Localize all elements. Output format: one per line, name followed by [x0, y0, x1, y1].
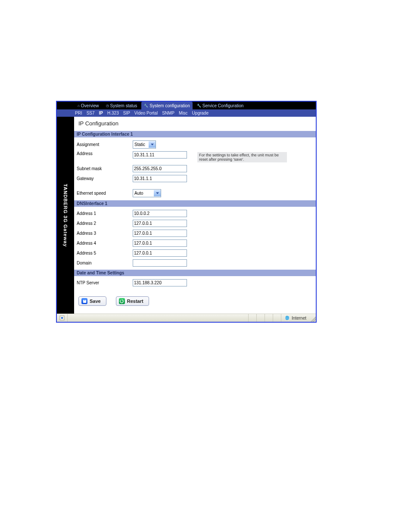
dns-addr1-label: Address 1 [77, 211, 133, 216]
row-dns-addr1: Address 1 [74, 208, 316, 218]
section-header-datetime: Date and Time Settings [74, 270, 316, 276]
primary-tabs: ⌂ Overview ◷ System status 🔧 System conf… [57, 102, 316, 109]
subnet-label: Subnet mask [77, 166, 133, 171]
body: TANDBERG 3G Gateway IP Configuration IP … [57, 117, 316, 314]
tab-system-configuration[interactable]: 🔧 System configuration [141, 102, 192, 109]
dns-addr1-input[interactable] [133, 210, 187, 217]
secondary-tabs: PRI SS7 IP H.323 SIP Video Portal SNMP M… [57, 109, 316, 117]
gateway-input[interactable] [133, 175, 187, 182]
subtab-misc[interactable]: Misc [179, 111, 188, 115]
gateway-label: Gateway [77, 176, 133, 181]
address-input[interactable] [133, 151, 187, 159]
restart-button[interactable]: Restart [116, 296, 149, 306]
app-window: ⌂ Overview ◷ System status 🔧 System conf… [56, 101, 317, 323]
subnet-input[interactable] [133, 165, 187, 172]
status-icon: ◷ [106, 104, 109, 108]
tab-label: Overview [81, 103, 99, 108]
status-bar: Internet [57, 314, 316, 322]
tab-label: Service Configuration [202, 103, 244, 108]
tab-system-status[interactable]: ◷ System status [103, 102, 140, 109]
status-cells [248, 314, 281, 322]
row-dns-addr2: Address 2 [74, 218, 316, 228]
subtab-pri[interactable]: PRI [75, 111, 82, 115]
dns-addr3-input[interactable] [133, 230, 187, 237]
row-subnet: Subnet mask [74, 164, 316, 174]
subtab-snmp[interactable]: SNMP [162, 111, 174, 115]
status-page-icon [57, 314, 68, 322]
assignment-label: Assignment [77, 142, 133, 147]
svg-rect-1 [84, 299, 85, 301]
button-bar: Save Restart [74, 289, 316, 314]
tab-overview[interactable]: ⌂ Overview [75, 102, 102, 109]
ethspeed-label: Ethernet speed [77, 191, 133, 196]
restart-icon [119, 298, 125, 304]
save-label: Save [90, 299, 101, 304]
subtab-ss7[interactable]: SS7 [87, 111, 95, 115]
subtab-h323[interactable]: H.323 [107, 111, 119, 115]
section-header-ipif: IP Configuration Interface 1 [74, 131, 316, 137]
row-dns-addr3: Address 3 [74, 228, 316, 238]
dns-addr2-label: Address 2 [77, 221, 133, 226]
tab-label: System configuration [149, 103, 190, 108]
content-panel: IP Configuration IP Configuration Interf… [74, 117, 316, 314]
dns-addr3-label: Address 3 [77, 231, 133, 236]
ntp-label: NTP Server [77, 280, 133, 285]
row-assignment: Assignment Static [74, 139, 316, 150]
chevron-down-icon [154, 190, 161, 196]
service-icon: 🔧 [197, 104, 201, 108]
dns-domain-input[interactable] [133, 259, 187, 267]
restart-label: Restart [127, 299, 143, 304]
dns-addr4-label: Address 4 [77, 241, 133, 246]
dns-addr5-input[interactable] [133, 249, 187, 257]
save-button[interactable]: Save [78, 296, 106, 306]
dns-addr4-input[interactable] [133, 240, 187, 247]
security-zone[interactable]: Internet [281, 314, 310, 322]
row-dns-addr4: Address 4 [74, 238, 316, 248]
section-dns: Address 1 Address 2 Address 3 Address 4 … [74, 207, 316, 270]
dns-domain-label: Domain [77, 261, 133, 265]
row-ethspeed: Ethernet speed Auto [74, 188, 316, 199]
row-dns-addr5: Address 5 [74, 248, 316, 258]
row-gateway: Gateway [74, 174, 316, 184]
row-address: Address For the settings to take effect,… [74, 150, 316, 164]
subtab-sip[interactable]: SIP [123, 111, 130, 115]
config-icon: 🔧 [144, 104, 148, 108]
brand-text: TANDBERG 3G Gateway [63, 184, 68, 247]
row-dns-domain: Domain [74, 258, 316, 268]
ethspeed-value: Auto [134, 191, 153, 196]
brand-bar: TANDBERG 3G Gateway [57, 117, 74, 314]
assignment-value: Static [134, 142, 147, 147]
ethspeed-select[interactable]: Auto [133, 189, 161, 197]
page-title: IP Configuration [74, 117, 316, 131]
subtab-upgrade[interactable]: Upgrade [192, 111, 209, 115]
svg-point-3 [61, 317, 63, 319]
section-header-dns: DNSInterface 1 [74, 200, 316, 207]
row-ntp: NTP Server [74, 278, 316, 288]
zone-text: Internet [292, 316, 306, 320]
chevron-down-icon [149, 141, 156, 148]
overview-icon: ⌂ [78, 104, 80, 108]
internet-zone-icon [285, 315, 290, 320]
ntp-input[interactable] [133, 279, 187, 286]
subtab-ip[interactable]: IP [99, 111, 103, 115]
section-datetime: NTP Server [74, 276, 316, 289]
subtab-videoportal[interactable]: Video Portal [134, 111, 158, 115]
tab-label: System status [110, 103, 137, 108]
resize-grip[interactable] [310, 314, 316, 322]
section-ipif: Assignment Static Address [74, 137, 316, 200]
tab-service-configuration[interactable]: 🔧 Service Configuration [194, 102, 246, 109]
address-label: Address [77, 151, 133, 156]
save-icon [81, 298, 87, 304]
address-note: For the settings to take effect, the uni… [197, 152, 287, 162]
dns-addr2-input[interactable] [133, 220, 187, 227]
assignment-select[interactable]: Static [133, 140, 156, 149]
dns-addr5-label: Address 5 [77, 251, 133, 255]
